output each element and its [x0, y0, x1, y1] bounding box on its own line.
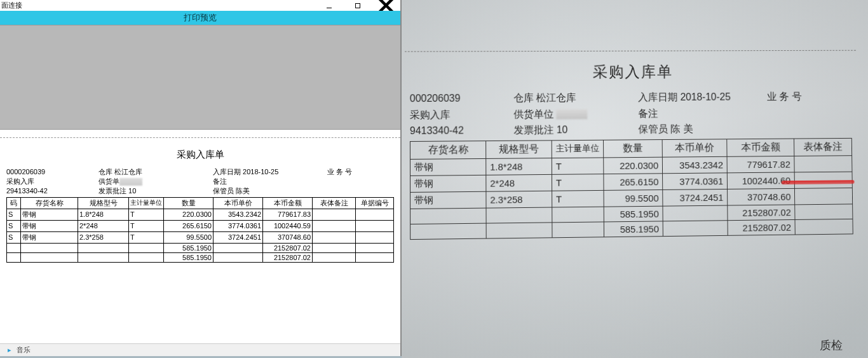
photo-panel: 采购入库单 000206039 仓库 松江仓库 入库日期 2018-10-25 …	[402, 0, 868, 358]
status-bar: ▸ 音乐	[0, 343, 400, 356]
close-button[interactable]	[372, 0, 400, 11]
table-total-row: 585.1950 2152807.02	[7, 252, 394, 262]
window-title: 面连接	[0, 1, 22, 10]
doc-title: 采购入库单	[6, 149, 394, 161]
minimize-button[interactable]	[315, 0, 343, 11]
maximize-button[interactable]	[343, 0, 372, 11]
table-row: S 带钢 1.8*248 T 220.0300 3543.2342 779617…	[7, 209, 394, 220]
doc-type: 采购入库	[6, 177, 98, 186]
preview-document: 采购入库单 0000206039 仓库 松江仓库 入库日期 2018-10-25…	[0, 130, 400, 343]
header-title: 打印预览	[184, 12, 217, 24]
photo-corner-label: 质检	[820, 338, 843, 353]
toolbar-area[interactable]	[0, 25, 400, 130]
table-row: S 带钢 2*248 T 265.6150 3774.0361 1002440.…	[7, 220, 394, 231]
print-preview-window: 面连接 打印预览 采购入库单 0000206039 仓库 松江仓库 入库日期 2…	[0, 0, 402, 356]
table-row: S 带钢 2.3*258 T 99.5500 3724.2451 370748.…	[7, 231, 394, 243]
photo-doc-title: 采购入库单	[410, 61, 851, 83]
window-controls	[315, 0, 400, 11]
photo-doc-header: 000206039 仓库 松江仓库 入库日期 2018-10-25 业 务 号 …	[410, 88, 852, 139]
doc-id: 0000206039	[6, 167, 98, 177]
svg-rect-1	[355, 3, 360, 8]
play-icon: ▸	[8, 346, 11, 354]
photo-table: 存货名称 规格型号 主计量单位 数量 本币单价 本币金额 表体备注 带钢 1.8…	[410, 138, 853, 240]
table-header-row: 码 存货名称 规格型号 主计量单位 数量 本币单价 本币金额 表体备注 单据编号	[7, 197, 394, 209]
status-text: 音乐	[17, 345, 31, 355]
redacted-supplier	[119, 178, 142, 186]
doc-table: 码 存货名称 规格型号 主计量单位 数量 本币单价 本币金额 表体备注 单据编号…	[6, 197, 394, 263]
titlebar[interactable]: 面连接	[0, 0, 400, 11]
highlight-mark	[782, 180, 855, 184]
doc-header: 0000206039 仓库 松江仓库 入库日期 2018-10-25 业 务 号…	[6, 167, 394, 196]
redacted-supplier	[557, 109, 588, 120]
photo-document: 采购入库单 000206039 仓库 松江仓库 入库日期 2018-10-25 …	[405, 45, 859, 291]
doc-ref: 29413340-42	[6, 186, 98, 196]
table-total-row: 585.1950 2152807.02	[7, 243, 394, 252]
header-bar: 打印预览	[0, 11, 400, 25]
